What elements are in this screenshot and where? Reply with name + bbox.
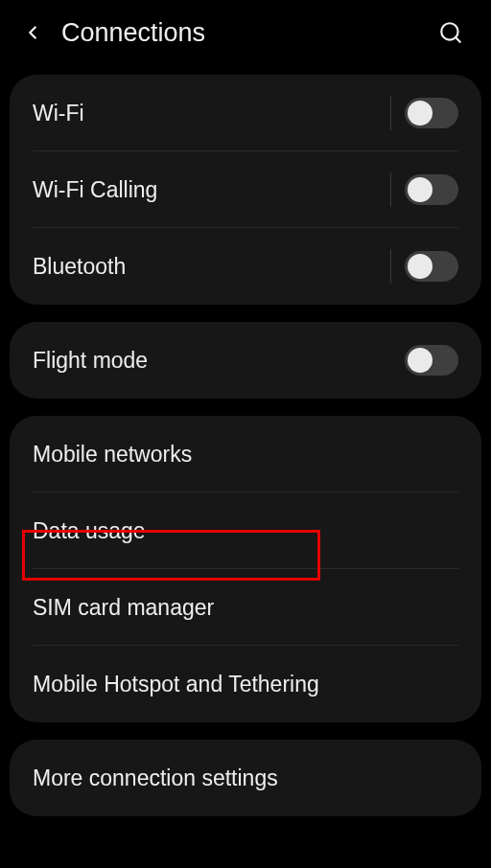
divider <box>390 249 391 284</box>
row-label: Bluetooth <box>33 254 390 280</box>
toggle-knob <box>408 177 433 202</box>
chevron-left-icon <box>22 22 43 43</box>
row-label: Mobile Hotspot and Tethering <box>33 672 458 697</box>
data-usage-row[interactable]: Data usage <box>10 492 481 569</box>
svg-line-1 <box>456 37 460 42</box>
search-icon <box>438 20 463 45</box>
wifi-calling-toggle[interactable] <box>405 174 458 205</box>
toggle-knob <box>408 101 433 126</box>
content: Wi-Fi Wi-Fi Calling Bluetooth Flight mod… <box>0 65 491 816</box>
wifi-calling-row[interactable]: Wi-Fi Calling <box>10 151 481 228</box>
back-button[interactable] <box>12 11 54 54</box>
sim-card-manager-row[interactable]: SIM card manager <box>10 569 481 646</box>
row-label: Wi-Fi <box>33 101 390 126</box>
settings-group: More connection settings <box>10 740 481 816</box>
bluetooth-row[interactable]: Bluetooth <box>10 228 481 305</box>
settings-group: Flight mode <box>10 322 481 399</box>
page-title: Connections <box>61 18 430 48</box>
row-label: Flight mode <box>33 348 405 374</box>
toggle-knob <box>408 254 433 279</box>
row-label: More connection settings <box>33 765 458 791</box>
wifi-toggle[interactable] <box>405 98 458 128</box>
row-label: Mobile networks <box>33 442 458 468</box>
more-connection-settings-row[interactable]: More connection settings <box>10 740 481 816</box>
header: Connections <box>0 0 491 65</box>
flight-mode-toggle[interactable] <box>405 345 458 376</box>
flight-mode-row[interactable]: Flight mode <box>10 322 481 399</box>
mobile-hotspot-row[interactable]: Mobile Hotspot and Tethering <box>10 646 481 722</box>
divider <box>390 172 391 207</box>
row-label: Wi-Fi Calling <box>33 177 390 203</box>
row-label: SIM card manager <box>33 595 458 621</box>
bluetooth-toggle[interactable] <box>405 251 458 282</box>
mobile-networks-row[interactable]: Mobile networks <box>10 416 481 492</box>
row-label: Data usage <box>33 518 458 544</box>
settings-group: Mobile networks Data usage SIM card mana… <box>10 416 481 722</box>
search-button[interactable] <box>430 11 472 54</box>
wifi-row[interactable]: Wi-Fi <box>10 75 481 151</box>
divider <box>390 96 391 130</box>
toggle-knob <box>408 348 433 373</box>
settings-group: Wi-Fi Wi-Fi Calling Bluetooth <box>10 75 481 305</box>
